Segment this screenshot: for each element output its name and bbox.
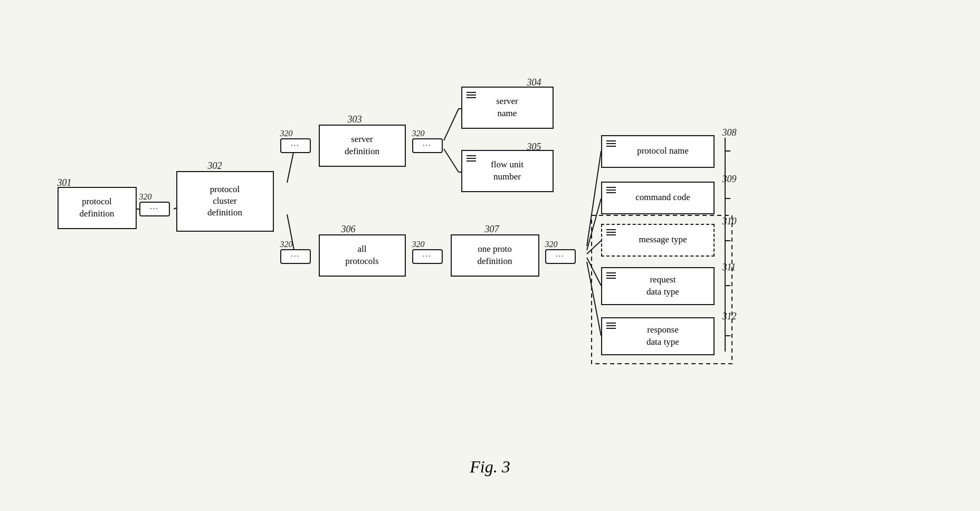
connector-307-right: ··· bbox=[545, 249, 576, 264]
label-308: 308 bbox=[722, 127, 737, 138]
diagram: protocol definition 301 ··· 320 protocol… bbox=[42, 35, 939, 447]
label-320-b: 320 bbox=[280, 129, 293, 138]
svg-line-16 bbox=[587, 198, 601, 250]
svg-line-22 bbox=[587, 262, 601, 336]
node-response-data-type: responsedata type bbox=[601, 317, 715, 355]
svg-line-8 bbox=[444, 149, 459, 172]
connector-302-allprotocols: ··· bbox=[280, 249, 311, 264]
node-flow-unit-number: flow unitnumber bbox=[461, 150, 554, 192]
node-server-definition: serverdefinition bbox=[319, 125, 406, 167]
label-305: 305 bbox=[527, 141, 541, 153]
svg-line-18 bbox=[587, 241, 601, 254]
label-309: 309 bbox=[722, 174, 737, 185]
node-command-code: command code bbox=[601, 182, 715, 214]
svg-line-14 bbox=[587, 151, 601, 246]
label-301: 301 bbox=[58, 177, 72, 188]
lines-icon-308 bbox=[606, 140, 616, 147]
label-306: 306 bbox=[341, 224, 356, 235]
label-310: 310 bbox=[722, 216, 737, 227]
figure-caption: Fig. 3 bbox=[470, 457, 510, 477]
node-server-name: servername bbox=[461, 87, 554, 129]
node-message-type: message type bbox=[601, 224, 715, 257]
svg-line-6 bbox=[444, 109, 459, 140]
label-320-f: 320 bbox=[545, 240, 558, 249]
label-302: 302 bbox=[208, 160, 222, 172]
lines-icon-312 bbox=[606, 323, 616, 329]
label-320-e: 320 bbox=[412, 240, 425, 249]
connector-302-server: ··· bbox=[280, 138, 311, 153]
lines-icon-304 bbox=[467, 92, 476, 98]
node-request-data-type: requestdata type bbox=[601, 267, 715, 305]
lines-icon-305 bbox=[467, 155, 476, 162]
label-311: 311 bbox=[722, 262, 736, 273]
node-protocol-name: protocol name bbox=[601, 135, 715, 168]
connector-301-302: ··· bbox=[139, 202, 170, 216]
node-protocol-definition: protocol definition bbox=[58, 187, 137, 229]
label-320-a: 320 bbox=[139, 192, 152, 202]
label-303: 303 bbox=[348, 114, 362, 125]
lines-icon-311 bbox=[606, 272, 616, 279]
label-307: 307 bbox=[485, 224, 499, 235]
connector-303-304: ··· bbox=[412, 138, 443, 153]
node-one-proto-definition: one protodefinition bbox=[451, 234, 539, 277]
label-304: 304 bbox=[527, 77, 541, 88]
svg-line-20 bbox=[587, 258, 601, 286]
label-320-d: 320 bbox=[280, 240, 293, 249]
label-320-c: 320 bbox=[412, 129, 425, 138]
node-all-protocols: allprotocols bbox=[319, 234, 406, 277]
lines-icon-309 bbox=[606, 187, 616, 193]
lines-icon-310 bbox=[606, 229, 616, 235]
node-protocol-cluster-definition: protocolclusterdefinition bbox=[176, 171, 274, 232]
connector-306-307: ··· bbox=[412, 249, 443, 264]
label-312: 312 bbox=[722, 311, 737, 322]
